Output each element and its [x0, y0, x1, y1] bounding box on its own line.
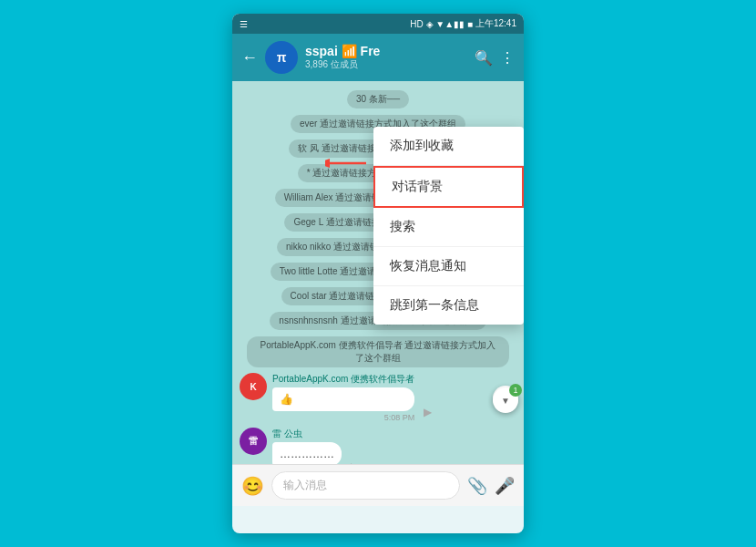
status-right: HD ◈ ▼▲▮▮ ■ 上午12:41	[410, 17, 516, 30]
header-info: sspai 📶 Fre 3,896 位成员	[305, 44, 467, 71]
msg-sender-2: 雷 公虫	[272, 428, 342, 440]
bottom-bar: 😊 输入消息 📎 🎤	[232, 464, 524, 506]
status-time: 上午12:41	[475, 17, 516, 30]
message-input[interactable]: 输入消息	[271, 471, 460, 500]
status-bar: ☰ HD ◈ ▼▲▮▮ ■ 上午12:41	[232, 14, 524, 34]
back-button[interactable]: ←	[241, 48, 258, 67]
group-avatar: π	[265, 41, 298, 74]
avatar-portableappk: K	[240, 373, 267, 400]
msg-content-2: 雷 公虫 …………… 5:09 PM	[272, 428, 342, 464]
scroll-down-button[interactable]: ▼ 1	[493, 387, 518, 413]
menu-item-add-to-favorites[interactable]: 添加到收藏	[373, 127, 524, 166]
msg-bubble-2[interactable]: ……………	[272, 442, 342, 464]
message-2: 雷 雷 公虫 …………… 5:09 PM ▶	[240, 428, 516, 464]
forward-icon-2[interactable]: ▶	[351, 460, 359, 464]
system-msg-10: PortableAppK.com 便携软件倡导者 通过邀请链接方式加入了这个群组	[247, 336, 510, 367]
chevron-down-icon: ▼	[501, 396, 510, 406]
menu-item-search[interactable]: 搜索	[373, 208, 524, 247]
msg-bubble-1[interactable]: 👍	[272, 387, 414, 411]
status-left-icon: ☰	[240, 19, 248, 29]
msg-content-1: PortableAppK.com 便携软件倡导者 👍 5:08 PM	[272, 373, 414, 422]
menu-item-jump-to-first[interactable]: 跳到第一条信息	[373, 286, 524, 325]
menu-item-chat-background[interactable]: 对话背景	[373, 166, 524, 208]
unread-badge: 1	[509, 384, 522, 397]
msg-sender-1: PortableAppK.com 便携软件倡导者	[272, 373, 414, 386]
attach-button[interactable]: 📎	[467, 476, 487, 496]
member-count: 3,896 位成员	[305, 58, 467, 71]
status-signal: HD ◈ ▼▲▮▮ ■	[410, 19, 473, 29]
forward-icon-1[interactable]: ▶	[424, 406, 432, 418]
dropdown-menu: 添加到收藏 对话背景 搜索 恢复消息通知 跳到第一条信息	[373, 127, 524, 325]
input-placeholder: 输入消息	[283, 479, 327, 491]
menu-item-restore-notifications[interactable]: 恢复消息通知	[373, 247, 524, 286]
status-left: ☰	[240, 19, 248, 29]
mic-button[interactable]: 🎤	[495, 476, 515, 496]
avatar-lei: 雷	[240, 428, 267, 455]
new-messages-bar: 30 条新──	[347, 90, 409, 108]
more-icon[interactable]: ⋮	[500, 49, 515, 67]
phone-container: ☰ HD ◈ ▼▲▮▮ ■ 上午12:41 ← π sspai 📶 Fre 3,…	[232, 14, 524, 533]
chat-area: 30 条新── ever 通过邀请链接方式加入了这个群组 软 风 通过邀请链接方…	[232, 81, 524, 464]
emoji-button[interactable]: 😊	[241, 475, 264, 497]
search-icon[interactable]: 🔍	[475, 49, 493, 67]
arrow-indicator	[325, 152, 371, 180]
message-1: K PortableAppK.com 便携软件倡导者 👍 5:08 PM ▶	[240, 373, 516, 422]
msg-time-1: 5:08 PM	[272, 413, 414, 422]
chat-title: sspai 📶 Fre	[305, 44, 451, 58]
chat-header: ← π sspai 📶 Fre 3,896 位成员 🔍 ⋮	[232, 34, 524, 81]
header-icons: 🔍 ⋮	[475, 49, 515, 67]
